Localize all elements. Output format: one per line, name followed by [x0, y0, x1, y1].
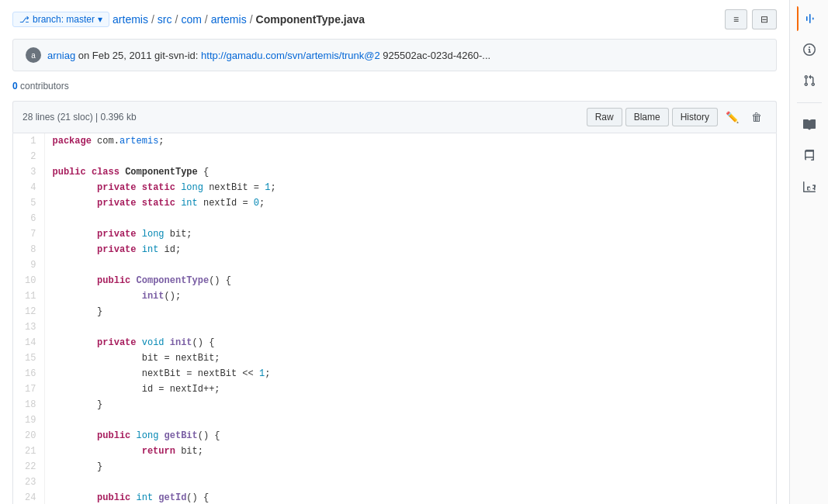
line-count: 28 lines (21 sloc): [23, 112, 93, 123]
contributors-count-link[interactable]: 0: [12, 81, 18, 91]
line-number: 23: [13, 475, 44, 490]
line-number: 6: [13, 211, 44, 226]
sep-2: /: [175, 13, 178, 26]
line-number: 1: [13, 133, 44, 149]
table-row: 20 public long getBit() {: [13, 428, 776, 444]
line-number: 5: [13, 195, 44, 211]
breadcrumb-artemis[interactable]: artemis: [211, 13, 247, 26]
table-row: 9: [13, 257, 776, 273]
line-code: }: [44, 459, 776, 475]
table-row: 14 private void init() {: [13, 335, 776, 350]
line-number: 2: [13, 149, 44, 164]
commit-text: arniag on Feb 25, 2011 git-svn-id: http:…: [47, 50, 764, 61]
blame-button[interactable]: Blame: [625, 108, 669, 126]
line-code: id = nextId++;: [44, 381, 776, 397]
branch-selector[interactable]: branch: master ▾: [12, 12, 109, 27]
file-list-button[interactable]: ≡: [725, 9, 747, 29]
line-code: [44, 413, 776, 428]
line-number: 19: [13, 413, 44, 428]
info-icon[interactable]: [797, 37, 822, 62]
table-row: 24 public int getId() {: [13, 490, 776, 504]
book-icon[interactable]: [797, 112, 822, 137]
line-code: }: [44, 397, 776, 413]
table-row: 22 }: [13, 459, 776, 475]
line-number: 21: [13, 444, 44, 459]
file-size: 0.396 kb: [101, 112, 137, 123]
line-code: private void init() {: [44, 335, 776, 350]
commit-info-bar: a arniag on Feb 25, 2011 git-svn-id: htt…: [12, 39, 777, 71]
pull-request-icon[interactable]: [797, 68, 822, 93]
delete-button[interactable]: 🗑: [747, 108, 767, 126]
line-number: 9: [13, 257, 44, 273]
sidebar-divider: [797, 102, 822, 103]
list-icon: ≡: [733, 14, 739, 25]
file-meta-actions: Raw Blame History ✏️ 🗑: [587, 108, 767, 126]
line-number: 15: [13, 350, 44, 366]
sep-4: /: [250, 13, 253, 26]
commit-url[interactable]: http://gamadu.com/svn/artemis/trunk@2: [201, 50, 380, 61]
line-code: private int id;: [44, 242, 776, 257]
table-row: 19: [13, 413, 776, 428]
line-number: 13: [13, 319, 44, 335]
breadcrumb-filename: ComponentType.java: [256, 13, 365, 26]
plus-icon[interactable]: [797, 143, 822, 168]
table-row: 16 nextBit = nextBit << 1;: [13, 366, 776, 381]
branch-caret: ▾: [98, 14, 102, 25]
line-code: private static int nextId = 0;: [44, 195, 776, 211]
line-number: 10: [13, 273, 44, 288]
edit-button[interactable]: ✏️: [721, 108, 743, 126]
sep-1: /: [151, 13, 154, 26]
raw-button[interactable]: Raw: [587, 108, 622, 126]
table-row: 15 bit = nextBit;: [13, 350, 776, 366]
line-code: package com.artemis;: [44, 133, 776, 149]
line-code: [44, 475, 776, 490]
history-icon-button[interactable]: ⊟: [752, 9, 777, 29]
line-number: 11: [13, 288, 44, 304]
history-button[interactable]: History: [672, 108, 718, 126]
file-meta-bar: 28 lines (21 sloc) | 0.396 kb Raw Blame …: [12, 101, 777, 133]
table-row: 8 private int id;: [13, 242, 776, 257]
line-code: [44, 319, 776, 335]
avatar: a: [26, 47, 41, 63]
commit-author-link[interactable]: arniag: [47, 50, 75, 61]
breadcrumb-repo[interactable]: artemis: [113, 13, 148, 26]
table-row: 4 private static long nextBit = 1;: [13, 180, 776, 195]
line-number: 16: [13, 366, 44, 381]
table-row: 6: [13, 211, 776, 226]
line-number: 12: [13, 304, 44, 319]
line-code: [44, 257, 776, 273]
line-number: 17: [13, 381, 44, 397]
line-code: public class ComponentType {: [44, 164, 776, 180]
line-code: public int getId() {: [44, 490, 776, 504]
line-code: private long bit;: [44, 226, 776, 242]
right-sidebar: [789, 0, 828, 504]
table-row: 3 public class ComponentType {: [13, 164, 776, 180]
clock-icon: ⊟: [760, 14, 768, 25]
breadcrumb-com[interactable]: com: [181, 13, 201, 26]
line-number: 7: [13, 226, 44, 242]
line-code: public ComponentType() {: [44, 273, 776, 288]
contributors-line: 0 contributors: [12, 81, 777, 91]
table-row: 12 }: [13, 304, 776, 319]
table-row: 10 public ComponentType() {: [13, 273, 776, 288]
line-number: 14: [13, 335, 44, 350]
line-code: init();: [44, 288, 776, 304]
branch-label: branch: master: [33, 14, 95, 25]
file-header: branch: master ▾ artemis / src / com / a…: [12, 9, 777, 29]
line-code: bit = nextBit;: [44, 350, 776, 366]
table-row: 13: [13, 319, 776, 335]
table-row: 1 package com.artemis;: [13, 133, 776, 149]
commit-date: on Feb 25, 2011: [78, 50, 152, 61]
line-number: 24: [13, 490, 44, 504]
avatar-letter: a: [31, 51, 36, 60]
line-number: 8: [13, 242, 44, 257]
graph-icon[interactable]: [797, 174, 822, 199]
line-code: }: [44, 304, 776, 319]
line-code: [44, 149, 776, 164]
table-row: 2: [13, 149, 776, 164]
breadcrumb-src[interactable]: src: [158, 13, 172, 26]
sep-3: /: [205, 13, 208, 26]
code-view-icon[interactable]: [797, 6, 822, 31]
line-number: 4: [13, 180, 44, 195]
line-code: private static long nextBit = 1;: [44, 180, 776, 195]
